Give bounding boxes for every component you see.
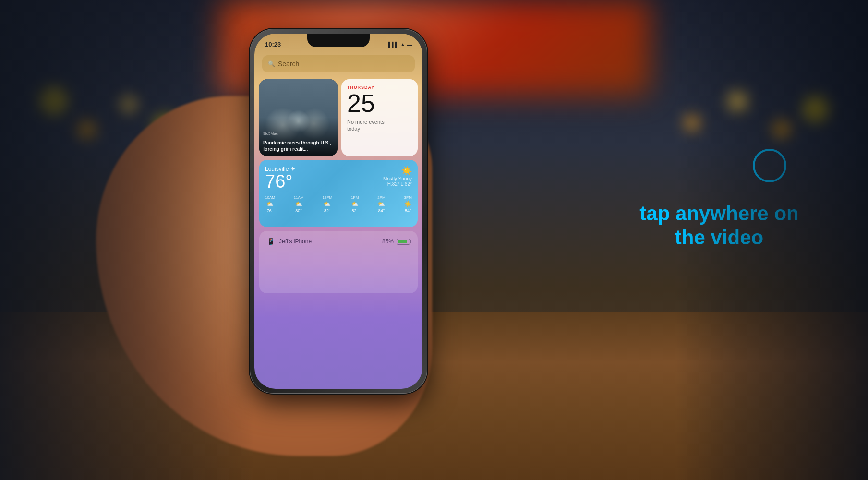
weather-hi-lo: H:82° L:62° (383, 181, 412, 187)
bokeh-light (120, 96, 137, 113)
search-bar[interactable]: 🔍 Search (262, 55, 415, 72)
bokeh-light (38, 86, 67, 115)
widget-row-top: 9to5Mac Pandemic races through U.S., for… (259, 79, 418, 156)
news-source: 9to5Mac (263, 132, 278, 136)
hourly-item-0: 10AM ⛅ 76° (265, 195, 275, 213)
bokeh-light (803, 96, 830, 122)
widgets-area: 9to5Mac Pandemic races through U.S., for… (259, 79, 418, 293)
iphone-icon: 📱 (267, 238, 275, 245)
bokeh-light (728, 91, 748, 111)
widget-news[interactable]: 9to5Mac Pandemic races through U.S., for… (259, 79, 338, 156)
battery-bar (397, 239, 410, 245)
status-icons: ▌▌▌ ▲ ▬ (388, 42, 412, 47)
battery-fill (398, 240, 408, 243)
notch (307, 34, 370, 47)
hourly-forecast: 10AM ⛅ 76° 11AM ⛅ 80° 12PM ⛅ 82° 1PM ⛅ (265, 195, 412, 213)
hourly-item-5: 3PM ☀️ 84° (404, 195, 412, 213)
widget-weather[interactable]: Louisville ✈ 76° ☀️ Mostly Sunny H:82° L… (259, 160, 418, 227)
search-label: Search (278, 60, 299, 68)
weather-left: Louisville ✈ 76° (265, 166, 295, 192)
tap-text-line1: tap anywhere on (594, 202, 844, 226)
bokeh-light (77, 120, 96, 139)
battery-pct-row: 85% (382, 238, 410, 245)
battery-device-row: 📱 Jeff's iPhone 85% (267, 238, 410, 245)
widget-calendar[interactable]: THURSDAY 25 No more eventstoday (341, 79, 418, 156)
weather-right: ☀️ Mostly Sunny H:82° L:62° (383, 166, 412, 187)
bokeh-light (773, 120, 791, 138)
battery-percentage: 85% (382, 238, 394, 245)
hourly-item-1: 11AM ⛅ 80° (294, 195, 304, 213)
calendar-date: 25 (347, 91, 412, 116)
weather-top: Louisville ✈ 76° ☀️ Mostly Sunny H:82° L… (265, 166, 412, 192)
hourly-item-2: 12PM ⛅ 82° (322, 195, 332, 213)
status-time: 10:23 (265, 41, 281, 48)
wifi-icon: ▲ (400, 42, 405, 47)
weather-sun-icon: ☀️ (401, 166, 412, 176)
hourly-item-3: 1PM ⛅ 82° (351, 195, 359, 213)
news-title: Pandemic races through U.S., forcing gri… (263, 140, 334, 152)
tap-anywhere-text[interactable]: tap anywhere on the video (594, 202, 844, 250)
signal-icon: ▌▌▌ (388, 42, 398, 47)
search-icon: 🔍 (268, 60, 275, 67)
calendar-events: No more eventstoday (347, 119, 412, 132)
weather-temperature: 76° (265, 172, 295, 191)
weather-condition: Mostly Sunny (383, 176, 412, 181)
hourly-item-4: 2PM ⛅ 84° (377, 195, 385, 213)
phone-screen[interactable]: 10:23 ▌▌▌ ▲ ▬ 🔍 Search 9to5Mac Pandemic … (254, 34, 422, 389)
battery-icon: ▬ (407, 42, 412, 47)
bokeh-light (685, 115, 700, 131)
battery-device-info: 📱 Jeff's iPhone (267, 238, 312, 245)
device-name: Jeff's iPhone (279, 238, 312, 245)
widget-battery[interactable]: 📱 Jeff's iPhone 85% (259, 231, 418, 293)
tap-text-line2: the video (594, 226, 844, 250)
tap-circle-indicator (753, 149, 786, 182)
